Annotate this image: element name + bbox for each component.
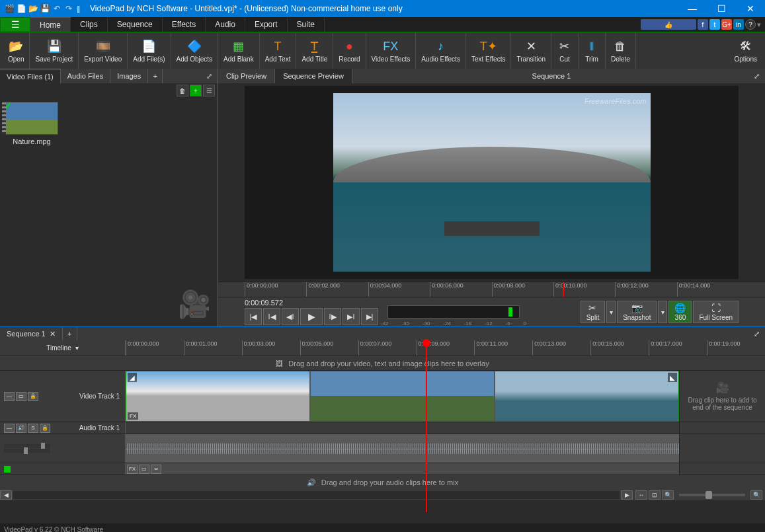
bin-list-icon[interactable]: ☰ [203, 85, 215, 96]
zoom-slider[interactable] [679, 494, 745, 496]
timeline-ruler[interactable]: 0:00:00.000 0:00:01.000 0:00:03.000 0:00… [126, 340, 765, 356]
audio-collapse-icon[interactable]: — [4, 424, 15, 433]
redo-icon[interactable]: ↷ [63, 3, 74, 14]
scroll-right-button[interactable]: ▶ [621, 490, 633, 500]
preview-playhead[interactable] [563, 282, 564, 297]
snapshot-dropdown[interactable]: ▾ [658, 301, 667, 323]
cut-button[interactable]: ✂Cut [551, 33, 579, 69]
timeline-undock-icon[interactable]: ⤢ [750, 328, 762, 340]
scroll-left-button[interactable]: ◀ [0, 490, 12, 500]
add-text-button[interactable]: TAdd Text [260, 33, 297, 69]
360-button[interactable]: 🌐360 [668, 301, 692, 323]
twitter-icon[interactable]: t [709, 19, 720, 30]
fade-in-icon[interactable]: ◢ [128, 373, 137, 382]
menu-audio[interactable]: Audio [206, 17, 245, 32]
audio-solo-icon[interactable]: S [28, 424, 38, 433]
preview-undock-icon[interactable]: ⤢ [750, 70, 762, 82]
timeline-playhead[interactable] [426, 340, 427, 512]
zoom-in-icon[interactable]: 🔍 [750, 490, 762, 500]
record-button[interactable]: ●Record [333, 33, 366, 69]
googleplus-icon[interactable]: G+ [721, 19, 732, 30]
audio-clip-icon[interactable]: ▭ [139, 465, 149, 474]
bin-tab-add[interactable]: + [148, 69, 163, 83]
timeline-mode-label[interactable]: Timeline▾ [0, 340, 126, 356]
close-tab-icon[interactable]: ✕ [50, 330, 56, 338]
drag-hint-column[interactable]: 🎥 Drag clip here to add to end of the se… [679, 371, 765, 422]
options-button[interactable]: 🛠Options [729, 33, 762, 69]
preview-viewport[interactable]: FreewareFiles.com [245, 86, 739, 279]
menu-clips[interactable]: Clips [71, 17, 108, 32]
add-title-button[interactable]: T̲Add Title [296, 33, 333, 69]
goto-start-button[interactable]: |◀ [245, 308, 262, 325]
video-track-content[interactable]: ◢ FX ◣ [126, 371, 679, 422]
zoom-out-icon[interactable]: 🔍 [662, 490, 674, 500]
sequence-tab[interactable]: Sequence 1✕ [0, 327, 63, 340]
audio-lock-icon[interactable]: 🔒 [40, 424, 50, 433]
add-files-button[interactable]: 📄Add File(s) [128, 33, 171, 69]
audio-link-icon[interactable]: ∞ [151, 465, 161, 474]
menu-suite[interactable]: Suite [288, 17, 325, 32]
tab-sequence-preview[interactable]: Sequence Preview [275, 69, 352, 83]
clip-fx-badge[interactable]: FX [128, 412, 138, 420]
bin-add-icon[interactable]: + [190, 85, 202, 96]
help-icon[interactable]: ? [745, 19, 756, 30]
preview-ruler[interactable]: 0:00:00.000 0:00:02.000 0:00:04.000 0:00… [218, 282, 765, 297]
bin-delete-icon[interactable]: 🗑 [177, 85, 188, 96]
save-project-button[interactable]: 💾Save Project [30, 33, 79, 69]
add-sequence-tab[interactable]: + [63, 327, 77, 340]
open-icon[interactable]: 📂 [28, 3, 38, 14]
scroll-track[interactable] [13, 491, 620, 499]
overlay-hint-row[interactable]: 🖼 Drag and drop your video, text and ima… [0, 356, 765, 371]
transition-button[interactable]: ✕Transition [511, 33, 551, 69]
add-blank-button[interactable]: ▦Add Blank [218, 33, 260, 69]
mix-hint-row[interactable]: 🔊 Drag and drop your audio clips here to… [0, 475, 765, 490]
menu-home[interactable]: Home [30, 17, 71, 32]
track-mute-video-icon[interactable]: ▭ [16, 392, 26, 401]
goto-end-button[interactable]: ▶| [361, 308, 378, 325]
undo-icon[interactable]: ↶ [52, 3, 62, 14]
video-effects-button[interactable]: FXVideo Effects [366, 33, 417, 69]
facebook-icon[interactable]: f [698, 19, 708, 30]
bin-tab-images[interactable]: Images [110, 69, 148, 83]
step-fwd-button[interactable]: I▶ [324, 308, 341, 325]
split-dropdown[interactable]: ▾ [606, 301, 616, 323]
next-frame-button[interactable]: ▶I [342, 308, 360, 325]
undock-icon[interactable]: ⤢ [203, 70, 215, 82]
prev-frame-button[interactable]: I◀ [263, 308, 280, 325]
menu-effects[interactable]: Effects [163, 17, 206, 32]
export-video-button[interactable]: 🎞️Export Video [79, 33, 128, 69]
clip-thumbnail[interactable]: Nature.mpg [4, 102, 60, 145]
video-clip-1[interactable]: ◢ FX [126, 371, 309, 421]
snapshot-button[interactable]: 📷Snapshot [617, 301, 657, 323]
bin-tab-audio[interactable]: Audio Files [61, 69, 110, 83]
fade-out-icon[interactable]: ◣ [668, 373, 677, 382]
trim-button[interactable]: ⦀Trim [579, 33, 606, 69]
save-icon[interactable]: 💾 [40, 3, 50, 14]
fit-icon[interactable]: ↔ [635, 490, 647, 500]
like-icon[interactable]: 👍 [641, 19, 696, 30]
linkedin-icon[interactable]: in [733, 19, 744, 30]
track-collapse-icon[interactable]: — [4, 392, 15, 401]
app-menu-button[interactable]: ☰ [0, 17, 30, 32]
audio-mute-icon[interactable]: 🔊 [16, 424, 26, 433]
play-button[interactable]: ▶ [300, 308, 323, 325]
minimize-button[interactable]: — [678, 0, 707, 17]
video-clip-2[interactable] [311, 371, 494, 421]
audio-effects-button[interactable]: ♪Audio Effects [416, 33, 466, 69]
menu-sequence[interactable]: Sequence [108, 17, 163, 32]
video-clip-3[interactable]: ◣ [495, 371, 678, 421]
open-button[interactable]: 📂Open [3, 33, 30, 69]
tab-clip-preview[interactable]: Clip Preview [218, 69, 275, 83]
menu-export[interactable]: Export [245, 17, 288, 32]
fullscreen-button[interactable]: ⛶Full Screen [693, 301, 739, 323]
delete-button[interactable]: 🗑Delete [606, 33, 636, 69]
split-button[interactable]: ✂Split [581, 301, 605, 323]
bin-content[interactable]: Nature.mpg 🎥 [0, 98, 218, 326]
maximize-button[interactable]: ☐ [707, 0, 736, 17]
close-button[interactable]: ✕ [736, 0, 765, 17]
new-icon[interactable]: 📄 [16, 3, 26, 14]
track-lock-icon[interactable]: 🔒 [28, 392, 38, 401]
bin-tab-video[interactable]: Video Files (1) [0, 69, 61, 83]
add-objects-button[interactable]: 🔷Add Objects [171, 33, 218, 69]
zoom-fit-icon[interactable]: ⊡ [649, 490, 661, 500]
